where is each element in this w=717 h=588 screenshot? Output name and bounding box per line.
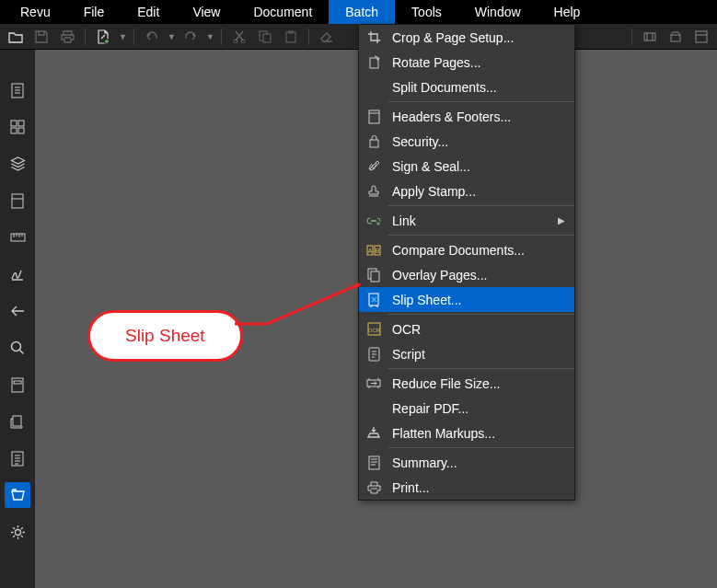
menu-separator	[388, 205, 574, 206]
menu-revu[interactable]: Revu	[4, 0, 67, 24]
svg-point-17	[12, 342, 21, 352]
stamp-icon	[359, 184, 388, 198]
sidebar-thumbnails-icon[interactable]	[5, 114, 30, 140]
menu-item-repair-pdf[interactable]: Repair PDF...	[359, 396, 574, 421]
sidebar-forms-icon[interactable]	[5, 372, 30, 398]
svg-rect-24	[369, 110, 379, 123]
tool3-icon[interactable]	[691, 27, 711, 47]
callout-annotation: Slip Sheet	[87, 310, 243, 362]
save-icon[interactable]	[31, 27, 52, 47]
header-icon	[359, 110, 388, 124]
menu-item-label: Script	[388, 347, 574, 362]
svg-text:A: A	[368, 248, 373, 254]
svg-rect-19	[14, 381, 21, 384]
menu-item-script[interactable]: Script	[359, 341, 574, 366]
menu-item-crop-page-setup[interactable]: Crop & Page Setup...	[359, 25, 574, 50]
rotate-icon	[359, 55, 388, 69]
crop-icon	[359, 30, 388, 44]
menu-separator	[388, 101, 574, 102]
svg-rect-20	[13, 416, 21, 426]
flatten-icon	[359, 426, 388, 440]
sidebar-back-icon[interactable]	[5, 298, 30, 324]
cut-icon[interactable]	[229, 27, 249, 47]
menubar: Revu File Edit View Document Batch Tools…	[0, 0, 717, 24]
svg-rect-13	[11, 128, 17, 133]
menu-item-headers-footers[interactable]: Headers & Footers...	[359, 104, 574, 129]
sidebar-bookmarks-icon[interactable]	[5, 188, 30, 213]
menu-item-label: Flatten Markups...	[388, 426, 574, 441]
sidebar-layers-icon[interactable]	[5, 151, 30, 177]
menu-item-label: Security...	[388, 134, 574, 149]
menu-separator	[388, 447, 574, 448]
lock-icon	[359, 134, 388, 148]
menu-item-reduce-file-size[interactable]: Reduce File Size...	[359, 371, 574, 396]
copy-icon[interactable]	[255, 27, 275, 47]
menu-document[interactable]: Document	[237, 0, 329, 24]
undo-dropdown[interactable]: ▼	[168, 32, 175, 41]
menu-separator	[388, 235, 574, 236]
menu-item-summary[interactable]: Summary...	[359, 450, 574, 475]
open-icon[interactable]	[6, 27, 26, 47]
tool1-icon[interactable]	[640, 27, 660, 47]
menu-item-split-documents[interactable]: Split Documents...	[359, 75, 574, 99]
menu-item-label: Overlay Pages...	[388, 268, 574, 282]
menu-item-label: Sign & Seal...	[388, 159, 574, 174]
create-icon[interactable]	[93, 27, 113, 47]
sidebar-search-icon[interactable]	[5, 335, 30, 361]
batch-dropdown: Crop & Page Setup...Rotate Pages...Split…	[358, 24, 575, 501]
sidebar-settings-icon[interactable]	[5, 519, 30, 545]
sidebar-sets-icon[interactable]	[5, 409, 30, 434]
eraser-icon[interactable]	[317, 27, 337, 47]
script-icon	[359, 347, 388, 362]
redo-dropdown[interactable]: ▼	[206, 32, 214, 41]
menu-tools[interactable]: Tools	[395, 0, 458, 24]
sidebar-signatures-icon[interactable]	[5, 261, 30, 287]
svg-rect-16	[11, 234, 25, 241]
submenu-arrow-icon: ▶	[558, 215, 574, 225]
sign-icon	[359, 159, 388, 173]
sidebar-links-icon[interactable]	[5, 445, 30, 471]
menu-file[interactable]: File	[67, 0, 121, 24]
menu-item-security[interactable]: Security...	[359, 129, 574, 154]
menu-batch[interactable]: Batch	[329, 0, 395, 24]
svg-rect-38	[369, 456, 379, 469]
menu-item-print[interactable]: Print...	[359, 475, 574, 500]
menu-item-label: Crop & Page Setup...	[388, 30, 574, 45]
menu-item-label: Repair PDF...	[388, 401, 574, 416]
menu-item-label: Apply Stamp...	[388, 184, 574, 199]
menu-item-label: Print...	[388, 480, 574, 495]
paste-icon[interactable]	[281, 27, 301, 47]
redo-icon[interactable]	[180, 27, 201, 47]
menu-view[interactable]: View	[176, 0, 237, 24]
menu-item-link[interactable]: Link▶	[359, 208, 574, 233]
sidebar-page-icon[interactable]	[5, 77, 30, 103]
menu-item-label: Rotate Pages...	[388, 55, 574, 70]
create-dropdown[interactable]: ▼	[119, 32, 126, 41]
link-icon	[359, 216, 388, 225]
sidebar-studio-icon[interactable]	[5, 482, 30, 508]
menu-item-rotate-pages[interactable]: Rotate Pages...	[359, 50, 574, 75]
summary-icon	[359, 455, 388, 470]
svg-rect-8	[671, 35, 680, 41]
svg-rect-7	[644, 33, 655, 40]
svg-rect-18	[12, 378, 23, 392]
menu-window[interactable]: Window	[458, 0, 538, 24]
menu-item-compare-documents[interactable]: ABCompare Documents...	[359, 237, 574, 262]
svg-rect-4	[263, 34, 271, 42]
svg-rect-15	[12, 194, 23, 208]
tool2-icon[interactable]	[665, 27, 686, 47]
svg-rect-14	[18, 128, 24, 133]
menu-item-apply-stamp[interactable]: Apply Stamp...	[359, 179, 574, 203]
svg-point-22	[15, 529, 20, 535]
menu-edit[interactable]: Edit	[121, 0, 176, 24]
menu-item-label: Summary...	[388, 455, 574, 470]
menu-item-label: Split Documents...	[388, 80, 574, 95]
print-icon[interactable]	[57, 27, 77, 47]
overlay-icon	[359, 268, 388, 282]
undo-icon[interactable]	[142, 27, 162, 47]
menu-item-sign-seal[interactable]: Sign & Seal...	[359, 154, 574, 179]
menu-help[interactable]: Help	[538, 0, 597, 24]
reduce-icon	[359, 377, 388, 389]
sidebar-measure-icon[interactable]	[5, 225, 30, 250]
menu-item-flatten-markups[interactable]: Flatten Markups...	[359, 421, 574, 445]
